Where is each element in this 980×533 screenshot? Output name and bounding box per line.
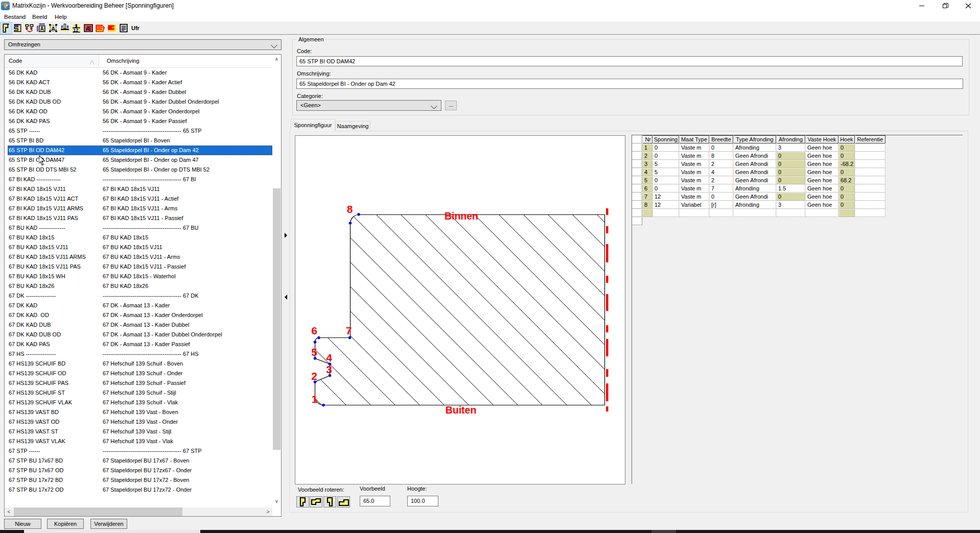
svg-text:1: 1 — [312, 393, 318, 405]
svg-text:A: A — [51, 26, 55, 32]
svg-text:2: 2 — [311, 370, 317, 382]
svg-text:3: 3 — [326, 364, 332, 375]
svg-text:6: 6 — [311, 325, 317, 336]
svg-text:5: 5 — [311, 346, 317, 358]
svg-text:8: 8 — [347, 203, 353, 215]
svg-text:Æ: Æ — [85, 26, 91, 32]
svg-text:4: 4 — [326, 352, 332, 364]
svg-text:A: A — [40, 26, 44, 32]
svg-text:Buiten: Buiten — [446, 404, 477, 416]
svg-text:7: 7 — [346, 325, 352, 336]
svg-text:Binnen: Binnen — [445, 210, 478, 222]
